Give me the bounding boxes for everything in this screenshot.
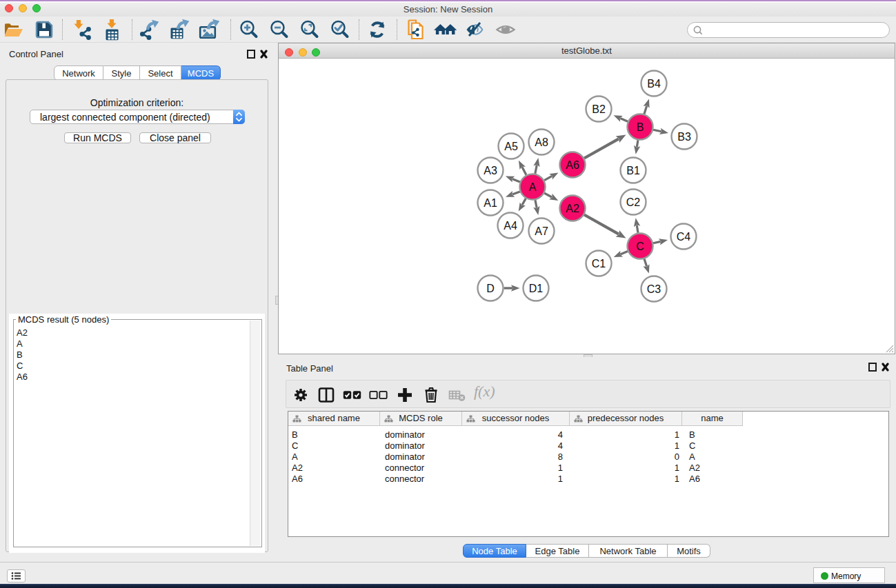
svg-text:A4: A4 bbox=[504, 220, 517, 232]
svg-text:A1: A1 bbox=[484, 197, 497, 209]
svg-text:D: D bbox=[486, 283, 495, 294]
svg-text:B2: B2 bbox=[592, 103, 606, 115]
svg-text:C3: C3 bbox=[647, 283, 661, 295]
svg-text:B3: B3 bbox=[677, 131, 691, 143]
svg-text:A2: A2 bbox=[566, 203, 579, 214]
svg-text:A7: A7 bbox=[535, 225, 548, 237]
svg-text:B: B bbox=[637, 121, 644, 133]
svg-text:C: C bbox=[636, 241, 644, 252]
svg-text:C2: C2 bbox=[626, 196, 641, 208]
svg-text:C4: C4 bbox=[677, 231, 691, 243]
svg-text:C1: C1 bbox=[592, 258, 606, 270]
svg-text:D1: D1 bbox=[529, 283, 544, 294]
svg-text:B1: B1 bbox=[626, 165, 640, 176]
svg-text:B4: B4 bbox=[647, 78, 661, 90]
svg-text:A6: A6 bbox=[566, 159, 579, 171]
svg-text:A: A bbox=[529, 181, 537, 193]
svg-text:A3: A3 bbox=[484, 165, 497, 176]
svg-text:A5: A5 bbox=[504, 141, 518, 152]
svg-text:A8: A8 bbox=[535, 136, 548, 148]
